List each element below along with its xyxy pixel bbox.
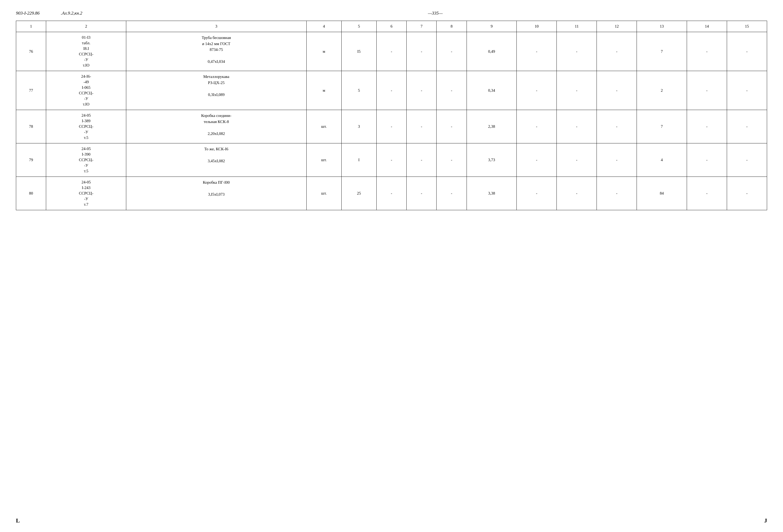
col-header-11: 11 xyxy=(557,21,597,32)
page: 903-I-229.86 .Ал.9.2,кн.2 —335— 1 2 xyxy=(0,0,783,532)
col-header-8: 8 xyxy=(437,21,467,32)
col-header-2: 2 xyxy=(46,21,126,32)
table-row: 7924-05I-390ССРСЦ--Ут.5То же, КСК-I63,45… xyxy=(16,143,767,177)
header: 903-I-229.86 .Ал.9.2,кн.2 —335— xyxy=(16,10,767,16)
col-header-3: 3 xyxy=(126,21,306,32)
col-header-15: 15 xyxy=(727,21,767,32)
col-header-1: 1 xyxy=(16,21,46,32)
col-header-12: 12 xyxy=(597,21,637,32)
footer-bracket-left: L xyxy=(16,517,20,524)
page-number: —335— xyxy=(103,10,767,16)
col-header-10: 10 xyxy=(517,21,557,32)
footer-bracket-right: J xyxy=(764,517,767,524)
col-header-7: 7 xyxy=(407,21,437,32)
table-row: 7601-I3табл.I8.IССРСЦ--Ут.IOТруба бесшов… xyxy=(16,32,767,71)
doc-ref: .Ал.9.2,кн.2 xyxy=(61,10,82,16)
col-header-6: 6 xyxy=(376,21,406,32)
main-table: 1 2 3 4 5 6 7 8 9 10 11 12 13 14 15 7601… xyxy=(16,21,767,210)
table-row: 8024-05I-243ССРСЦ--Ут.7Коробка ПГ-I003,I… xyxy=(16,177,767,210)
col-header-5: 5 xyxy=(341,21,376,32)
col-header-14: 14 xyxy=(687,21,727,32)
header-row: 1 2 3 4 5 6 7 8 9 10 11 12 13 14 15 xyxy=(16,21,767,32)
doc-number: 903-I-229.86 xyxy=(16,10,39,16)
table-row: 7824-05I-389ССРСЦ--Ут.5Коробка соедини-т… xyxy=(16,110,767,143)
col-header-13: 13 xyxy=(637,21,687,32)
col-header-4: 4 xyxy=(306,21,341,32)
col-header-9: 9 xyxy=(467,21,517,32)
table-row: 7724-I6--49I-065ССРСЦ--Ут.IOМеталлорукав… xyxy=(16,71,767,110)
